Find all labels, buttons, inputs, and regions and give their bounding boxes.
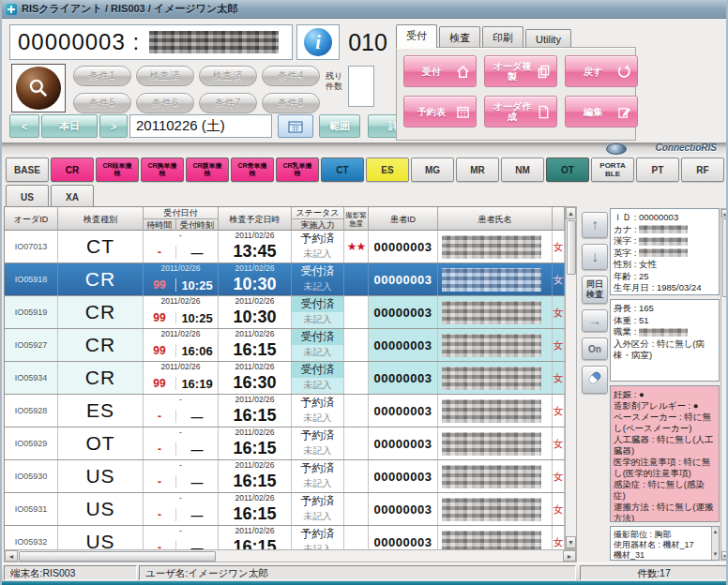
- action-button-doc[interactable]: オーダ作成: [484, 96, 557, 128]
- tab-Utility[interactable]: Utility: [525, 29, 571, 48]
- table-horizontal-scrollbar[interactable]: ◄ ►: [4, 549, 577, 562]
- patient-field-身長: 身長 : 165: [614, 303, 716, 315]
- mini-scroll-down-icon[interactable]: ▼: [712, 549, 719, 560]
- condition-button-3[interactable]: 検査済: [199, 66, 257, 86]
- modality-button-cr-sub5[interactable]: CR乳単撮検: [276, 158, 319, 182]
- calendar-button[interactable]: [278, 114, 313, 138]
- side-button-prev-order[interactable]: ↑: [582, 212, 608, 238]
- modality-button-cr-sub2[interactable]: CR胸単撮検: [141, 158, 184, 182]
- patient-info-button[interactable]: i: [296, 24, 340, 60]
- modality-button-portable[interactable]: PORTABLE: [591, 158, 634, 182]
- cell-order-id: IO05928: [5, 395, 58, 427]
- worklist-row[interactable]: IO05934CR2011/02/269916:192011/02/2616:3…: [5, 362, 566, 395]
- worklist-row[interactable]: IO05928ES--—2011/02/2616:15予約済未記入0000000…: [5, 395, 566, 428]
- side-button-on-toggle[interactable]: On: [582, 338, 608, 360]
- scroll-right-arrow-icon[interactable]: ►: [563, 550, 576, 562]
- today-button[interactable]: 本日: [41, 114, 98, 138]
- panel-scroll-thumb[interactable]: [722, 218, 728, 297]
- column-header-accept-date[interactable]: 受付日付: [144, 207, 219, 219]
- cell-scheduled-date: 2011/02/26: [219, 362, 291, 373]
- tab-検査[interactable]: 検査: [439, 26, 480, 48]
- calendar-icon: [287, 119, 304, 134]
- cell-accept: 2011/02/269910:25: [144, 263, 219, 295]
- worklist-row[interactable]: IO07013CT--—2011/02/2613:45予約済未記入★★00000…: [5, 231, 566, 263]
- cell-exam-type: US: [58, 526, 144, 549]
- worklist-row[interactable]: IO05931US--—2011/02/2616:15予約済未記入0000000…: [5, 493, 566, 526]
- condition-button-1[interactable]: 条件1: [73, 66, 131, 86]
- scroll-down-arrow-icon[interactable]: ▼: [566, 536, 576, 548]
- cell-gender: 女: [553, 493, 565, 525]
- worklist-row[interactable]: IO05927CR2011/02/269916:062011/02/2616:1…: [5, 329, 566, 362]
- mini-scroll-up-icon[interactable]: ▲: [712, 527, 719, 537]
- column-header-order-id[interactable]: オーダID: [5, 207, 58, 232]
- side-button-transfer[interactable]: →: [582, 309, 608, 332]
- modality-button-es[interactable]: ES: [366, 158, 409, 182]
- prev-day-button[interactable]: <: [9, 114, 39, 138]
- entry-value: 未記入: [292, 542, 343, 549]
- cell-scheduled-date: 2011/02/26: [219, 329, 291, 340]
- tab-受付[interactable]: 受付: [396, 24, 437, 48]
- modality-button-cr[interactable]: CR: [51, 158, 94, 182]
- equipment-box-scrollbar[interactable]: ▲ ▼: [711, 527, 719, 560]
- column-header-status[interactable]: ステータス: [292, 207, 344, 219]
- modality-button-ct[interactable]: CT: [321, 158, 364, 182]
- alert-line: 人工臓器 : 特に無し(人工臓器): [614, 434, 716, 457]
- modality-button-cr-sub1[interactable]: CR頭単撮検: [96, 158, 139, 182]
- condition-button-5[interactable]: 条件5: [73, 93, 131, 113]
- modality-button-pt[interactable]: PT: [636, 158, 679, 182]
- modality-button-ot[interactable]: OT: [546, 158, 589, 182]
- cell-order-id: IO05932: [5, 526, 58, 549]
- scroll-left-arrow-icon[interactable]: ◄: [5, 550, 18, 562]
- side-button-next-order[interactable]: ↓: [582, 244, 608, 270]
- alert-line: 感染症 : 特に無し(感染症): [614, 479, 716, 502]
- modality-button-nm[interactable]: NM: [501, 158, 544, 182]
- column-header-patient-name[interactable]: 患者氏名: [438, 207, 553, 232]
- action-button-home[interactable]: 受付: [403, 55, 477, 87]
- cell-accept: 2011/02/269910:25: [144, 296, 219, 328]
- worklist-row[interactable]: IO05932US--—2011/02/2616:15予約済未記入0000000…: [5, 526, 566, 549]
- cell-accept: --—: [144, 493, 219, 525]
- modality-button-rf[interactable]: RF: [681, 158, 724, 182]
- next-day-button[interactable]: >: [99, 114, 128, 138]
- cell-scheduled-time: 16:30: [219, 373, 291, 394]
- modality-button-mr[interactable]: MR: [456, 158, 499, 182]
- modality-button-cr-sub4[interactable]: CR骨単撮検: [231, 158, 274, 182]
- action-button-undo[interactable]: 戻す: [565, 55, 638, 87]
- action-button-edit[interactable]: 編集: [565, 96, 638, 128]
- column-header-exam-type[interactable]: 検査種別: [58, 207, 144, 232]
- table-hscroll-thumb[interactable]: [19, 551, 216, 562]
- patient-field-性別: 性別 : 女性: [614, 259, 716, 271]
- side-button-medication[interactable]: [582, 366, 608, 394]
- panel-scroll-up-icon[interactable]: ▲: [721, 209, 728, 218]
- action-button-copy[interactable]: オーダ複製: [484, 55, 557, 87]
- panel-scroll-down-icon[interactable]: ▼: [721, 551, 728, 560]
- modality-button-cr-sub3[interactable]: CR腹単撮検: [186, 158, 229, 182]
- cell-wait-time: 99: [144, 344, 176, 357]
- condition-button-2[interactable]: 検査済: [136, 66, 194, 86]
- range-button[interactable]: 範囲: [319, 114, 360, 138]
- terminal-name: 端末名:RIS003: [4, 565, 137, 580]
- panel-scrollbar[interactable]: ▲ ▼: [720, 208, 728, 561]
- worklist-row[interactable]: IO05919CR2011/02/269910:252011/02/2610:3…: [5, 296, 566, 329]
- column-header-scheduled[interactable]: 検査予定日時: [219, 207, 292, 232]
- worklist-row[interactable]: IO05929OT--—2011/02/2616:15予約済未記入0000000…: [5, 428, 566, 460]
- side-button-same-day-exam[interactable]: 同日検査: [582, 276, 608, 304]
- worklist-row[interactable]: IO05930US--—2011/02/2616:15予約済未記入0000000…: [5, 460, 566, 493]
- condition-button-6[interactable]: 条件6: [136, 93, 194, 113]
- modality-button-mg[interactable]: MG: [411, 158, 454, 182]
- tab-印刷[interactable]: 印刷: [482, 26, 523, 48]
- scroll-up-arrow-icon[interactable]: ▲: [566, 207, 576, 219]
- worklist-row[interactable]: IO05918CR2011/02/269910:252011/02/2610:3…: [5, 263, 566, 296]
- date-input[interactable]: [129, 114, 272, 138]
- search-button[interactable]: [11, 64, 66, 112]
- field-value-redacted: [639, 225, 688, 233]
- condition-button-7[interactable]: 条件7: [199, 93, 257, 113]
- modality-button-base[interactable]: BASE: [6, 158, 49, 182]
- action-button-calendar[interactable]: 予約表: [403, 96, 477, 128]
- table-vscroll-thumb[interactable]: [567, 220, 576, 275]
- condition-button-8[interactable]: 条件8: [262, 93, 320, 113]
- condition-button-4[interactable]: 条件4: [262, 66, 320, 86]
- column-header-patient-id[interactable]: 患者ID: [369, 207, 438, 232]
- table-vertical-scrollbar[interactable]: ▲ ▼: [565, 206, 577, 549]
- column-header-urgency[interactable]: 撮影緊急度: [344, 207, 369, 232]
